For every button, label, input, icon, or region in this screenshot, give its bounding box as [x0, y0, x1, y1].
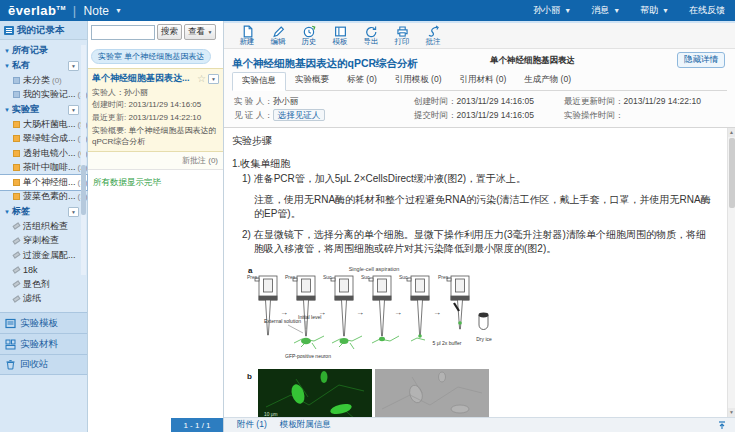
- witness-label: 见 证 人：: [234, 110, 273, 120]
- svg-text:Suc.: Suc.: [361, 274, 371, 280]
- owner-field: 实 验 人：孙小丽: [234, 96, 414, 108]
- tag-label: 活组织检查: [23, 220, 68, 233]
- hide-details-button[interactable]: 隐藏详情: [677, 52, 725, 68]
- feedback-link[interactable]: 在线反馈: [689, 4, 725, 17]
- sidebar-tag-1[interactable]: 穿刺检查: [0, 234, 87, 249]
- sidebar-item-lab-3[interactable]: 茶叶中咖啡... (2): [0, 161, 87, 176]
- sidebar-tag-0[interactable]: 活组织检查: [0, 219, 87, 234]
- operation-time-field: 实验操作时间：: [564, 110, 727, 122]
- content-scrollbar[interactable]: ▲ ▼: [727, 128, 735, 417]
- tab-tags[interactable]: 标签 (0): [338, 72, 386, 90]
- updated-field: 最近更新时间：2013/11/29 14:22:10: [564, 96, 727, 108]
- owner-label: 实验人：: [92, 88, 124, 97]
- export-button[interactable]: 导出: [356, 25, 386, 47]
- notebook-icon: [13, 77, 20, 84]
- svg-text:Pres.: Pres.: [247, 274, 259, 280]
- sidebar-tag-5[interactable]: 滤纸: [0, 292, 87, 307]
- tag-label: 显色剂: [23, 278, 50, 291]
- materials-label: 实验材料: [20, 338, 58, 351]
- sidebar-item-templates[interactable]: 实验模板: [0, 312, 87, 333]
- sidebar-item-recycle-bin[interactable]: 回收站: [0, 354, 87, 375]
- template-info-link[interactable]: 模板附属信息: [280, 419, 331, 431]
- section-label: 实验室: [12, 103, 39, 116]
- sidebar-item-lab-1[interactable]: 翠绿蛙合成... (7): [0, 132, 87, 147]
- scroll-down-arrow[interactable]: ▼: [728, 408, 735, 417]
- toolbar-label: 历史: [294, 37, 324, 47]
- sidebar-section-tags[interactable]: ▼ 标签 ▼: [0, 204, 87, 219]
- tab-generated-products[interactable]: 生成产物 (0): [515, 72, 580, 90]
- card-dropdown-button[interactable]: ▼: [208, 74, 219, 84]
- section-dropdown-button[interactable]: ▼: [68, 61, 79, 71]
- sidebar-tag-4[interactable]: 显色剂: [0, 277, 87, 292]
- tab-referenced-materials[interactable]: 引用材料 (0): [451, 72, 516, 90]
- note-text: 注意，使用无RNA酶的耗材和整个过程避免RNA的污染(清洁工作区，戴上手套，口罩…: [254, 193, 715, 222]
- created-value: 2013/11/29 14:16:05: [128, 100, 201, 109]
- scrollbar-thumb[interactable]: [81, 165, 86, 215]
- annotations-link[interactable]: 新批注 (0): [88, 152, 223, 170]
- user-menu[interactable]: 孙小丽▼: [533, 4, 571, 17]
- scrollbar-thumb[interactable]: [729, 138, 735, 208]
- filter-chip[interactable]: 实验室 单个神经细胞基因表达: [91, 49, 211, 64]
- tag-icon: [12, 266, 20, 273]
- card-title[interactable]: 单个神经细胞基因表达...: [92, 72, 195, 85]
- select-witness-button[interactable]: 选择见证人: [273, 109, 326, 121]
- notebook-icon: [13, 193, 20, 200]
- sidebar-item-lab-5[interactable]: 菠菜色素的... (1): [0, 190, 87, 205]
- section-dropdown-button[interactable]: ▼: [68, 207, 79, 217]
- chevron-down-icon[interactable]: ▼: [115, 7, 122, 14]
- template-button[interactable]: 模板: [325, 25, 355, 47]
- history-button[interactable]: 历史: [294, 25, 324, 47]
- tab-experiment-info[interactable]: 实验信息: [232, 72, 286, 91]
- scroll-up-arrow[interactable]: ▲: [728, 128, 735, 137]
- annotate-button[interactable]: 批注: [418, 25, 448, 47]
- sidebar-item-lab-2[interactable]: 透射电镜小... (0): [0, 146, 87, 161]
- search-input[interactable]: [91, 25, 155, 40]
- messages-menu[interactable]: 消息▼: [591, 4, 620, 17]
- tab-experiment-summary[interactable]: 实验概要: [286, 72, 338, 90]
- sidebar-tag-3[interactable]: 18k: [0, 263, 87, 278]
- sidebar-item-lab-0[interactable]: 大肠杆菌电... (5): [0, 117, 87, 132]
- notebook-icon: [13, 150, 20, 157]
- sidebar-tag-2[interactable]: 过渡金属配...: [0, 248, 87, 263]
- collapse-up-icon: [717, 420, 727, 430]
- edit-button[interactable]: 编辑: [263, 25, 293, 47]
- tab-referenced-templates[interactable]: 引用模板 (0): [386, 72, 451, 90]
- main-footer-bar: 附件 (1) 模板附属信息: [224, 417, 735, 432]
- print-button[interactable]: 打印: [387, 25, 417, 47]
- submitted-label: 提交时间：: [414, 110, 457, 120]
- help-menu[interactable]: 帮助▼: [640, 4, 669, 17]
- step-2-text: 2) 在显微镜下，选择分离的单个细胞。显微下操作利用压力(3毫升注射器)清除单个…: [232, 228, 715, 257]
- view-dropdown-button[interactable]: 查看 ▼: [184, 24, 216, 40]
- sidebar-item-my-experiments[interactable]: 我的实验记... (1): [0, 88, 87, 103]
- star-icon[interactable]: ☆: [197, 73, 206, 84]
- sidebar-section-all-records[interactable]: ▼ 所有记录: [0, 43, 87, 58]
- figure-diagram-title: Single-cell aspiration: [349, 266, 400, 272]
- item-label: 透射电镜小...: [23, 147, 76, 160]
- new-button[interactable]: 新建: [232, 25, 262, 47]
- collapse-panel-button[interactable]: [717, 420, 727, 430]
- section-label: 私有: [12, 59, 30, 72]
- app-logo[interactable]: ēverlabTM|: [8, 3, 84, 18]
- section-dropdown-button[interactable]: ▼: [68, 105, 79, 115]
- chevron-down-icon: ▼: [4, 209, 12, 215]
- attachments-link[interactable]: 附件 (1): [237, 419, 267, 431]
- chevron-down-icon: ▼: [4, 63, 12, 69]
- notebook-icon: [13, 91, 20, 98]
- pagination-bar[interactable]: 1 - 1 / 1: [171, 418, 223, 432]
- sidebar-scrollbar[interactable]: [81, 45, 86, 275]
- experiment-card-selected[interactable]: 单个神经细胞基因表达... ☆ ▼ 实验人：孙小丽 创建时间: 2013/11/…: [88, 68, 223, 152]
- card-created-line: 创建时间: 2013/11/29 14:16:05: [92, 100, 219, 110]
- notebook-icon: [13, 121, 20, 128]
- sidebar-item-lab-4-selected[interactable]: 单个神经细... (1): [0, 175, 87, 190]
- figure-2: a Single-cell aspiration: [246, 263, 715, 418]
- content-body: 实验步骤 1.收集单细胞 1) 准备PCR管，加入5μL 2×CellsDire…: [224, 128, 735, 417]
- tag-icon: [12, 237, 20, 244]
- sidebar-section-lab[interactable]: ▼ 实验室 ▼: [0, 102, 87, 117]
- tag-icon: [12, 223, 20, 230]
- initial-level-label: Initial level: [298, 314, 321, 320]
- item-label: 茶叶中咖啡...: [23, 161, 76, 174]
- sidebar-item-materials[interactable]: 实验材料: [0, 333, 87, 354]
- sidebar-section-private[interactable]: ▼ 私有 ▼: [0, 58, 87, 73]
- sidebar-item-unclassified[interactable]: 未分类 (0): [0, 73, 87, 88]
- search-button[interactable]: 搜索: [157, 24, 182, 40]
